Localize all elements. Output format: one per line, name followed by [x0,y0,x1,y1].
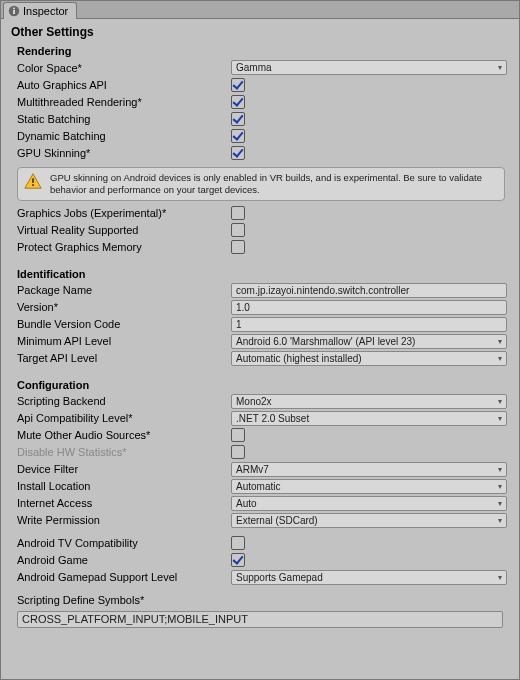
static-batching-label: Static Batching [17,113,231,125]
rendering-group-title: Rendering [17,45,513,57]
tab-inspector[interactable]: Inspector [3,2,77,19]
graphics-jobs-label: Graphics Jobs (Experimental)* [17,207,231,219]
dynamic-batching-row: Dynamic Batching [7,127,513,144]
internet-access-value: Auto [236,498,257,509]
info-icon [8,5,20,17]
gamepad-support-dropdown[interactable]: Supports Gamepad▾ [231,570,507,585]
svg-rect-1 [13,10,15,14]
version-row: Version* 1.0 [7,299,513,316]
disable-hw-stats-label: Disable HW Statistics* [17,446,231,458]
multithreaded-rendering-checkbox[interactable] [231,95,245,109]
auto-graphics-api-checkbox[interactable] [231,78,245,92]
inspector-panel: Other Settings Rendering Color Space* Ga… [1,19,519,679]
define-symbols-field[interactable]: CROSS_PLATFORM_INPUT;MOBILE_INPUT [17,611,503,628]
chevron-down-icon: ▾ [498,397,502,406]
scripting-backend-label: Scripting Backend [17,395,231,407]
vr-supported-checkbox[interactable] [231,223,245,237]
api-compat-level-row: Api Compatibility Level* .NET 2.0 Subset… [7,410,513,427]
gpu-skinning-warning-text: GPU skinning on Android devices is only … [50,172,498,196]
vr-supported-row: Virtual Reality Supported [7,222,513,239]
min-api-level-row: Minimum API Level Android 6.0 'Marshmall… [7,333,513,350]
color-space-dropdown[interactable]: Gamma▾ [231,60,507,75]
device-filter-label: Device Filter [17,463,231,475]
android-game-checkbox[interactable] [231,553,245,567]
android-game-label: Android Game [17,554,231,566]
version-label: Version* [17,301,231,313]
chevron-down-icon: ▾ [498,354,502,363]
dynamic-batching-checkbox[interactable] [231,129,245,143]
install-location-dropdown[interactable]: Automatic▾ [231,479,507,494]
chevron-down-icon: ▾ [498,482,502,491]
package-name-row: Package Name com.jp.izayoi.nintendo.swit… [7,282,513,299]
multithreaded-rendering-row: Multithreaded Rendering* [7,93,513,110]
internet-access-dropdown[interactable]: Auto▾ [231,496,507,511]
device-filter-value: ARMv7 [236,464,269,475]
static-batching-checkbox[interactable] [231,112,245,126]
chevron-down-icon: ▾ [498,414,502,423]
min-api-level-label: Minimum API Level [17,335,231,347]
api-compat-level-dropdown[interactable]: .NET 2.0 Subset▾ [231,411,507,426]
scripting-backend-value: Mono2x [236,396,272,407]
auto-graphics-api-label: Auto Graphics API [17,79,231,91]
android-tv-compat-label: Android TV Compatibility [17,537,231,549]
chevron-down-icon: ▾ [498,465,502,474]
define-symbols-row: CROSS_PLATFORM_INPUT;MOBILE_INPUT [7,611,513,628]
gamepad-support-row: Android Gamepad Support Level Supports G… [7,569,513,586]
write-permission-label: Write Permission [17,514,231,526]
gpu-skinning-warning: GPU skinning on Android devices is only … [17,167,505,201]
target-api-level-value: Automatic (highest installed) [236,353,362,364]
target-api-level-dropdown[interactable]: Automatic (highest installed)▾ [231,351,507,366]
protect-graphics-memory-row: Protect Graphics Memory [7,239,513,256]
chevron-down-icon: ▾ [498,337,502,346]
define-symbols-label: Scripting Define Symbols* [17,594,144,606]
internet-access-row: Internet Access Auto▾ [7,495,513,512]
package-name-field[interactable]: com.jp.izayoi.nintendo.switch.controller [231,283,507,298]
gpu-skinning-label: GPU Skinning* [17,147,231,159]
other-settings-header: Other Settings [11,25,513,39]
define-symbols-value: CROSS_PLATFORM_INPUT;MOBILE_INPUT [22,613,248,625]
package-name-label: Package Name [17,284,231,296]
mute-other-audio-label: Mute Other Audio Sources* [17,429,231,441]
color-space-value: Gamma [236,62,272,73]
color-space-row: Color Space* Gamma▾ [7,59,513,76]
identification-group-title: Identification [17,268,513,280]
graphics-jobs-checkbox[interactable] [231,206,245,220]
min-api-level-dropdown[interactable]: Android 6.0 'Marshmallow' (API level 23)… [231,334,507,349]
chevron-down-icon: ▾ [498,516,502,525]
svg-point-2 [13,7,15,9]
min-api-level-value: Android 6.0 'Marshmallow' (API level 23) [236,336,415,347]
version-field[interactable]: 1.0 [231,300,507,315]
dynamic-batching-label: Dynamic Batching [17,130,231,142]
install-location-value: Automatic [236,481,280,492]
tab-bar: Inspector [1,1,519,19]
disable-hw-stats-row: Disable HW Statistics* [7,444,513,461]
android-tv-compat-checkbox[interactable] [231,536,245,550]
bundle-version-code-value: 1 [236,319,242,330]
bundle-version-code-field[interactable]: 1 [231,317,507,332]
gamepad-support-value: Supports Gamepad [236,572,323,583]
vr-supported-label: Virtual Reality Supported [17,224,231,236]
svg-rect-4 [32,178,34,183]
package-name-value: com.jp.izayoi.nintendo.switch.controller [236,285,409,296]
internet-access-label: Internet Access [17,497,231,509]
configuration-group-title: Configuration [17,379,513,391]
scripting-backend-dropdown[interactable]: Mono2x▾ [231,394,507,409]
define-symbols-label-row: Scripting Define Symbols* [7,592,513,609]
protect-graphics-memory-label: Protect Graphics Memory [17,241,231,253]
scripting-backend-row: Scripting Backend Mono2x▾ [7,393,513,410]
color-space-label: Color Space* [17,62,231,74]
write-permission-row: Write Permission External (SDCard)▾ [7,512,513,529]
bundle-version-code-row: Bundle Version Code 1 [7,316,513,333]
api-compat-level-value: .NET 2.0 Subset [236,413,309,424]
protect-graphics-memory-checkbox[interactable] [231,240,245,254]
write-permission-dropdown[interactable]: External (SDCard)▾ [231,513,507,528]
mute-other-audio-checkbox[interactable] [231,428,245,442]
gamepad-support-label: Android Gamepad Support Level [17,571,231,583]
gpu-skinning-checkbox[interactable] [231,146,245,160]
version-value: 1.0 [236,302,250,313]
bundle-version-code-label: Bundle Version Code [17,318,231,330]
multithreaded-rendering-label: Multithreaded Rendering* [17,96,231,108]
device-filter-dropdown[interactable]: ARMv7▾ [231,462,507,477]
chevron-down-icon: ▾ [498,573,502,582]
device-filter-row: Device Filter ARMv7▾ [7,461,513,478]
